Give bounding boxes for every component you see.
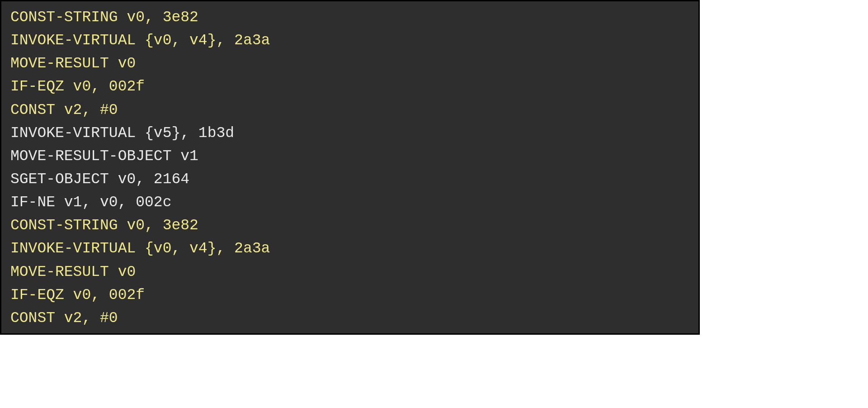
code-line: MOVE-RESULT v0	[10, 261, 689, 284]
code-line: CONST v2, #0	[10, 307, 689, 330]
code-line: INVOKE-VIRTUAL {v0, v4}, 2a3a	[10, 29, 689, 52]
code-line: MOVE-RESULT-OBJECT v1	[10, 145, 689, 168]
terminal-window: CONST-STRING v0, 3e82 INVOKE-VIRTUAL {v0…	[0, 0, 700, 335]
code-line: INVOKE-VIRTUAL {v5}, 1b3d	[10, 122, 689, 145]
code-line: CONST-STRING v0, 3e82	[10, 214, 689, 237]
code-line: IF-EQZ v0, 002f	[10, 284, 689, 307]
code-line: MOVE-RESULT v0	[10, 52, 689, 75]
code-line: IF-NE v1, v0, 002c	[10, 191, 689, 214]
code-line: CONST-STRING v0, 3e82	[10, 6, 689, 29]
code-line: SGET-OBJECT v0, 2164	[10, 168, 689, 191]
code-line: IF-EQZ v0, 002f	[10, 75, 689, 98]
code-line: CONST v2, #0	[10, 99, 689, 122]
code-line: INVOKE-VIRTUAL {v0, v4}, 2a3a	[10, 237, 689, 260]
